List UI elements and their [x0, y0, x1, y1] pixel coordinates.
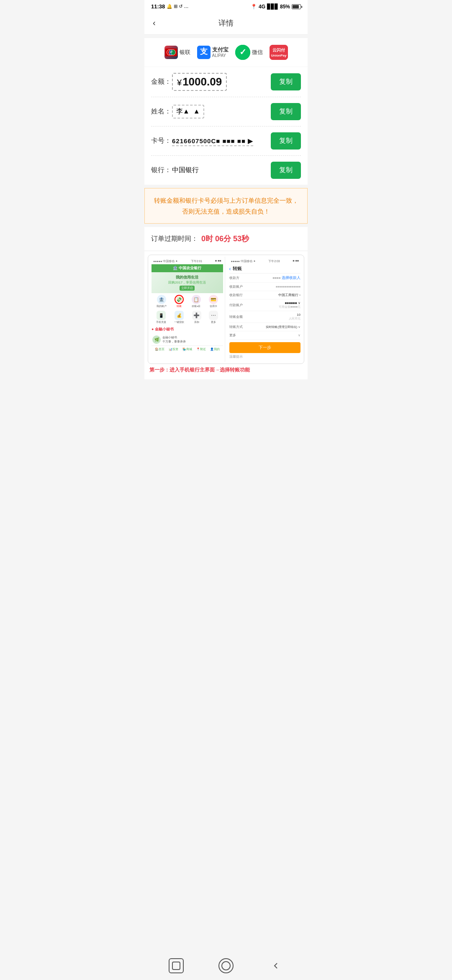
payment-method-yunshan[interactable]: 云闪付 UnionPay [270, 45, 288, 60]
unionpay-label: 银联 [180, 49, 190, 56]
svg-text:UP: UP [170, 51, 172, 53]
time: 11:38 [151, 3, 165, 10]
copy-amount-button[interactable]: 复制 [271, 73, 301, 90]
svg-text:✓: ✓ [239, 47, 246, 57]
payment-methods-bar: UP 银联 支 支付宝 ALIPAY ✓ 微信 [144, 38, 308, 67]
status-right: 📍 4G ▊▊▊ 85% [251, 4, 301, 10]
signal-bars: ▊▊▊ [267, 4, 278, 10]
bank-value-wrapper: 中国银行 [172, 166, 271, 175]
bank-icons-row1: 🏦 我的账户 💸 转账 📋 农银e目 💳 信用卡 [152, 293, 223, 310]
back-button[interactable]: ‹ [151, 16, 157, 29]
payment-method-alipay[interactable]: 支 支付宝 ALIPAY [197, 46, 229, 59]
next-step-button[interactable]: 下一步 [229, 342, 301, 353]
bank-label: 银行： [151, 166, 172, 175]
warning-box: 转账金额和银行卡号必须与上方订单信息完全一致， 否则无法充值，造成损失自负！ [144, 188, 308, 224]
name-label: 姓名： [151, 107, 172, 116]
page-title: 详情 [218, 18, 234, 28]
spacer [144, 379, 308, 463]
transfer-icon-highlighted: 💸 转账 [175, 295, 184, 308]
bank-row: 银行： 中国银行 复制 [151, 156, 301, 185]
transfer-form: 收款方 ■■■■ 选择收款人 收款账户 ■■■■■■■■■■■■■■ 收款银行 … [229, 273, 301, 360]
tutorial-section: ●●●●● 中国移动 ✦ 下午2:01 ■ ■■ 🏦 中国农业银行 我的信用生活… [144, 251, 308, 379]
alipay-label-sub: ALIPAY [212, 53, 229, 58]
yuan-sign: ¥ [177, 78, 182, 87]
svg-text:支: 支 [200, 47, 208, 56]
fake-status-bar-right: ●●●●● 中国移动 ✦ 下午2:03 ■ ■■ [229, 258, 301, 264]
warning-line1: 转账金额和银行卡号必须与上方订单信息完全一致， [150, 195, 302, 206]
amount-value: 1000.09 [182, 75, 222, 88]
amount-box: ¥1000.09 [172, 73, 227, 91]
bank-icons-row2: 📱 手机充值 💰 一键贷款 ➕ 添加 ⋯ 更多 [152, 310, 223, 325]
payment-method-wechat[interactable]: ✓ 微信 [235, 45, 263, 60]
status-time: 11:38 🔔 ⊞ ↺ … [151, 3, 188, 10]
fake-status-bar-left: ●●●●● 中国移动 ✦ 下午2:01 ■ ■■ [152, 258, 223, 264]
bank-banner: 我的信用生活 回购2017，享受信用生活 立即开启 [152, 272, 223, 293]
name-row: 姓名： 李▲ ▲ 复制 [151, 97, 301, 126]
svg-text:UnionPay: UnionPay [271, 54, 286, 57]
timer-section: 订单过期时间： 0时 06分 53秒 [144, 227, 308, 250]
finance-secretary: 🌿 金融小秘书千万事，事事养养 [152, 334, 223, 346]
signal-4g: 4G [259, 4, 265, 10]
notification-icons: 🔔 ⊞ ↺ … [167, 4, 188, 9]
alipay-icon: 支 [197, 46, 211, 59]
card-row: 卡号： 6216607500C■ ■■■ ■■ ▶ 复制 [151, 126, 301, 156]
bank-bottom-bar: 🏠首页📊投资🏪商城📍附近👤我的 [152, 346, 223, 353]
copy-name-button[interactable]: 复制 [271, 103, 301, 120]
name-value: 李▲ ▲ [172, 105, 204, 119]
step1-caption: 第一步：进入手机银行主界面→选择转账功能 [148, 364, 304, 376]
battery-icon [292, 4, 301, 9]
card-value-wrapper: 6216607500C■ ■■■ ■■ ▶ [172, 137, 271, 145]
wechat-icon: ✓ [235, 45, 250, 60]
bank-name-header: 🏦 中国农业银行 [152, 264, 223, 272]
amount-row: 金额： ¥1000.09 复制 [151, 67, 301, 97]
timer-label: 订单过期时间： [151, 235, 198, 243]
unionpay-icon: UP [164, 46, 178, 59]
tutorial-left-panel: ●●●●● 中国移动 ✦ 下午2:01 ■ ■■ 🏦 中国农业银行 我的信用生活… [150, 257, 225, 362]
amount-label: 金额： [151, 77, 172, 86]
alipay-label-main: 支付宝 [212, 47, 229, 53]
card-value: 6216607500C■ ■■■ ■■ ▶ [172, 137, 253, 146]
timer-value: 0时 06分 53秒 [201, 234, 249, 244]
info-section: › 金额： ¥1000.09 复制 姓名： 李▲ ▲ 复制 卡号： 621660… [144, 67, 308, 185]
wechat-label: 微信 [252, 49, 263, 56]
header: ‹ 详情 [144, 11, 308, 35]
card-label: 卡号： [151, 137, 172, 145]
copy-bank-button[interactable]: 复制 [271, 162, 301, 179]
location-icon: 📍 [251, 4, 257, 10]
payment-method-unionpay[interactable]: UP 银联 [164, 46, 190, 59]
step1-text: ● 金融小秘书 [152, 325, 223, 334]
name-value-wrapper: 李▲ ▲ [172, 105, 271, 119]
copy-card-button[interactable]: 复制 [271, 132, 301, 150]
warning-line2: 否则无法充值，造成损失自负！ [150, 206, 302, 217]
transfer-header: ‹ 转账 [229, 264, 301, 273]
status-bar: 11:38 🔔 ⊞ ↺ … 📍 4G ▊▊▊ 85% [144, 0, 308, 11]
yunshan-icon: 云闪付 UnionPay [270, 45, 288, 60]
battery-fill [293, 5, 299, 8]
battery-percent: 85% [280, 4, 290, 10]
svg-text:云闪付: 云闪付 [272, 48, 285, 52]
tutorial-right-panel: ●●●●● 中国移动 ✦ 下午2:03 ■ ■■ ‹ 转账 收款方 ■■■■ 选… [228, 257, 303, 362]
bank-value: 中国银行 [172, 166, 199, 173]
amount-value-wrapper: ¥1000.09 [172, 73, 271, 91]
